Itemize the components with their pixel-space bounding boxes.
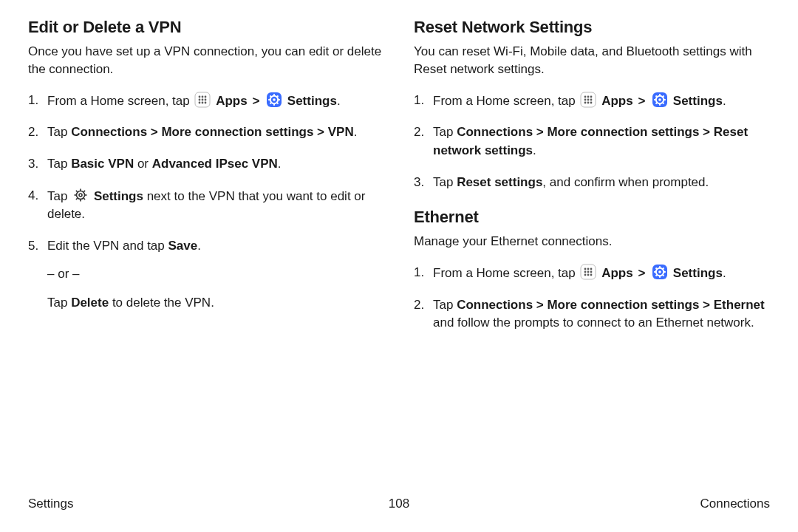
heading-reset-network: Reset Network Settings: [414, 18, 770, 37]
settings-label: Settings: [287, 94, 337, 108]
apps-label: Apps: [216, 94, 248, 108]
page-footer: Settings 108 Connections: [28, 497, 770, 511]
step-2: Tap Connections > More connection settin…: [414, 296, 770, 332]
apps-icon: [580, 264, 596, 280]
or-line: – or –: [47, 265, 384, 284]
step-5: Edit the VPN and tap Save. – or – Tap De…: [28, 237, 384, 313]
step-1: From a Home screen, tap Apps > Settings.: [414, 264, 770, 283]
ethernet-section: Ethernet Manage your Ethernet connection…: [414, 208, 770, 332]
step-4: Tap Settings next to the VPN that you wa…: [28, 187, 384, 224]
footer-right: Connections: [700, 497, 770, 511]
left-column: Edit or Delete a VPN Once you have set u…: [28, 18, 384, 346]
intro-reset: You can reset Wi-Fi, Mobile data, and Bl…: [414, 43, 770, 78]
apps-icon: [194, 92, 211, 108]
page-number: 108: [389, 497, 409, 511]
step-2: Tap Connections > More connection settin…: [28, 123, 384, 142]
steps-list-ethernet: From a Home screen, tap Apps > Settings.…: [414, 264, 770, 332]
gear-outline-icon: [72, 187, 89, 203]
settings-gear-icon: [652, 264, 668, 280]
intro-ethernet: Manage your Ethernet connections.: [414, 233, 770, 250]
step-2: Tap Connections > More connection settin…: [414, 123, 770, 160]
step-3: Tap Reset settings, and confirm when pro…: [414, 174, 770, 192]
steps-list: From a Home screen, tap Apps > Settings.…: [28, 92, 384, 313]
step-5-alt: Tap Delete to delete the VPN.: [47, 294, 384, 313]
step-1: From a Home screen, tap Apps > Settings.: [414, 92, 770, 111]
step-3: Tap Basic VPN or Advanced IPsec VPN.: [28, 155, 384, 174]
heading-ethernet: Ethernet: [414, 208, 770, 227]
apps-icon: [580, 92, 596, 108]
heading-edit-delete-vpn: Edit or Delete a VPN: [28, 18, 384, 37]
settings-gear-icon: [266, 92, 282, 108]
step-1: From a Home screen, tap Apps > Settings.: [28, 92, 384, 111]
settings-gear-icon: [652, 92, 668, 108]
steps-list-reset: From a Home screen, tap Apps > Settings.…: [414, 92, 770, 192]
right-column: Reset Network Settings You can reset Wi-…: [414, 18, 770, 346]
intro-text: Once you have set up a VPN connection, y…: [28, 43, 384, 78]
footer-left: Settings: [28, 497, 73, 511]
